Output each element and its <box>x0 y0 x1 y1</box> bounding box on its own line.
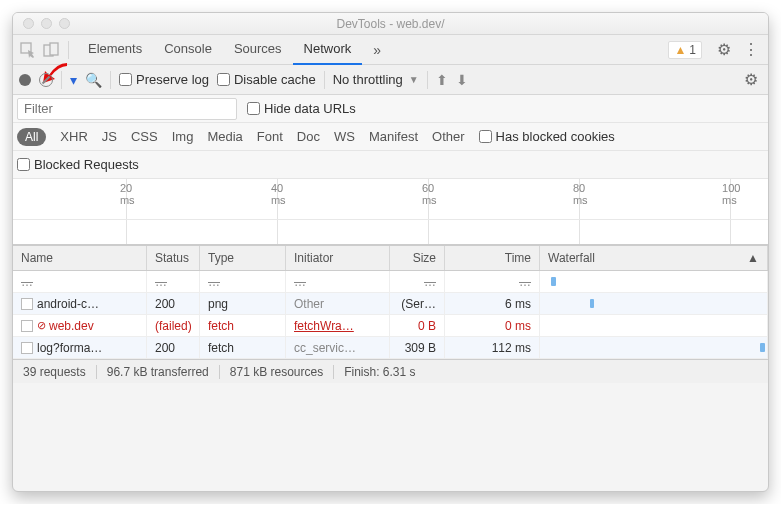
main-tabs: Elements Console Sources Network <box>77 34 362 65</box>
clear-button[interactable] <box>39 73 53 87</box>
col-initiator[interactable]: Initiator <box>286 246 390 270</box>
warnings-badge[interactable]: ▲ 1 <box>668 41 702 59</box>
overview-timeline[interactable]: 20 ms 40 ms 60 ms 80 ms 100 ms <box>13 179 768 245</box>
tab-network[interactable]: Network <box>293 34 363 65</box>
more-tabs-icon[interactable]: » <box>367 42 387 58</box>
blocked-requests-row: Blocked Requests <box>13 151 768 179</box>
filter-js[interactable]: JS <box>102 129 117 144</box>
devtools-window: DevTools - web.dev/ Elements Console Sou… <box>12 12 769 492</box>
inspect-element-icon[interactable] <box>19 41 37 59</box>
kebab-menu-icon[interactable]: ⋮ <box>740 40 762 59</box>
filter-xhr[interactable]: XHR <box>60 129 87 144</box>
status-requests: 39 requests <box>23 365 97 379</box>
status-bar: 39 requests 96.7 kB transferred 871 kB r… <box>13 359 768 383</box>
request-table-header: Name Status Type Initiator Size Time Wat… <box>13 245 768 271</box>
sort-asc-icon: ▲ <box>747 251 759 265</box>
hide-data-urls-checkbox[interactable]: Hide data URLs <box>247 101 356 116</box>
svg-rect-2 <box>50 43 58 55</box>
filter-manifest[interactable]: Manifest <box>369 129 418 144</box>
type-filter-row: All XHR JS CSS Img Media Font Doc WS Man… <box>13 123 768 151</box>
table-row[interactable]: android-c…200pngOther(Ser…6 ms <box>13 293 768 315</box>
close-dot[interactable] <box>23 18 34 29</box>
record-button[interactable] <box>19 74 31 86</box>
filter-media[interactable]: Media <box>207 129 242 144</box>
table-row[interactable]: ⊘web.dev(failed)fetchfetchWra…0 B0 ms <box>13 315 768 337</box>
minimize-dot[interactable] <box>41 18 52 29</box>
col-waterfall[interactable]: Waterfall▲ <box>540 246 768 270</box>
filter-css[interactable]: CSS <box>131 129 158 144</box>
caret-down-icon: ▼ <box>409 74 419 85</box>
filter-ws[interactable]: WS <box>334 129 355 144</box>
preserve-log-checkbox[interactable]: Preserve log <box>119 72 209 87</box>
warning-count: 1 <box>689 43 696 57</box>
import-har-icon[interactable]: ⬆ <box>436 72 448 88</box>
window-title: DevTools - web.dev/ <box>13 17 768 31</box>
network-toolbar: ▾ 🔍 Preserve log Disable cache No thrott… <box>13 65 768 95</box>
filter-row: Hide data URLs <box>13 95 768 123</box>
col-time[interactable]: Time <box>445 246 540 270</box>
filter-input[interactable] <box>17 98 237 120</box>
search-icon[interactable]: 🔍 <box>85 72 102 88</box>
filter-all[interactable]: All <box>17 128 46 146</box>
warning-icon: ▲ <box>674 43 686 57</box>
table-row[interactable]: log?forma…200fetchcc_servic…309 B112 ms <box>13 337 768 359</box>
tab-console[interactable]: Console <box>153 34 223 65</box>
blocked-requests-checkbox[interactable]: Blocked Requests <box>17 157 139 172</box>
titlebar: DevTools - web.dev/ <box>13 13 768 35</box>
col-name[interactable]: Name <box>13 246 147 270</box>
tab-sources[interactable]: Sources <box>223 34 293 65</box>
network-settings-gear-icon[interactable]: ⚙ <box>740 70 762 89</box>
panel-tab-bar: Elements Console Sources Network » ▲ 1 ⚙… <box>13 35 768 65</box>
zoom-dot[interactable] <box>59 18 70 29</box>
device-mode-icon[interactable] <box>42 41 60 59</box>
throttling-dropdown[interactable]: No throttling ▼ <box>333 72 419 87</box>
filter-doc[interactable]: Doc <box>297 129 320 144</box>
has-blocked-cookies-checkbox[interactable]: Has blocked cookies <box>479 129 615 144</box>
filter-img[interactable]: Img <box>172 129 194 144</box>
filter-font[interactable]: Font <box>257 129 283 144</box>
filter-toggle-icon[interactable]: ▾ <box>70 72 77 88</box>
status-transferred: 96.7 kB transferred <box>97 365 220 379</box>
filter-other[interactable]: Other <box>432 129 465 144</box>
col-size[interactable]: Size <box>390 246 445 270</box>
table-row[interactable]: ……………… <box>13 271 768 293</box>
tab-elements[interactable]: Elements <box>77 34 153 65</box>
traffic-lights[interactable] <box>13 18 70 29</box>
col-type[interactable]: Type <box>200 246 286 270</box>
status-finish: Finish: 6.31 s <box>334 365 425 379</box>
settings-gear-icon[interactable]: ⚙ <box>713 40 735 59</box>
status-resources: 871 kB resources <box>220 365 334 379</box>
export-har-icon[interactable]: ⬇ <box>456 72 468 88</box>
disable-cache-checkbox[interactable]: Disable cache <box>217 72 316 87</box>
request-table-body: ………………android-c…200pngOther(Ser…6 ms⊘web… <box>13 271 768 359</box>
col-status[interactable]: Status <box>147 246 200 270</box>
